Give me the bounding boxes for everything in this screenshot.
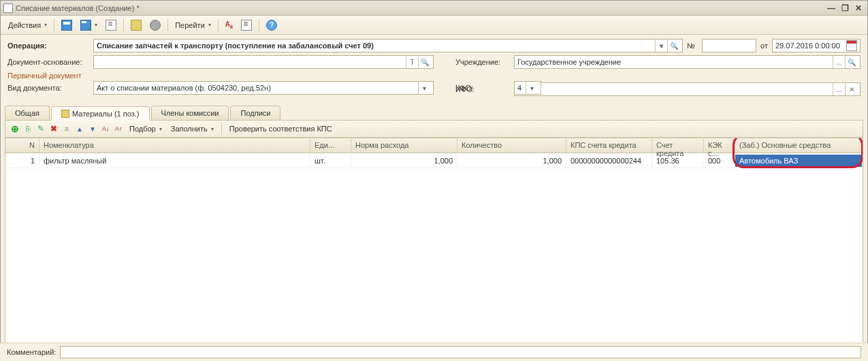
cell-fixed-assets[interactable]: Автомобиль ВАЗ: [735, 155, 863, 167]
ak-icon: Aк: [225, 20, 233, 30]
list-icon: [106, 20, 116, 31]
doctype-dropdown[interactable]: ▾: [418, 82, 430, 94]
basis-text-btn[interactable]: T: [406, 56, 418, 68]
section-title: Первичный документ: [7, 72, 861, 80]
tab-materials[interactable]: Материалы (1 поз.): [51, 106, 150, 121]
operation-label: Операция:: [7, 42, 89, 50]
kfo-dropdown[interactable]: ▾: [526, 82, 538, 94]
operation-dropdown[interactable]: ▾: [655, 40, 667, 52]
kfo-label: КФО:: [455, 84, 510, 92]
org-more-btn[interactable]: ...: [833, 56, 845, 68]
close-button[interactable]: ✕: [852, 3, 865, 13]
window-title: Списание материалов (Создание) *: [16, 4, 825, 12]
cell-nomenclature[interactable]: фильтр масляный: [39, 155, 310, 167]
org-search-btn[interactable]: 🔍: [845, 56, 857, 68]
ifo-clear-btn[interactable]: ✕: [845, 83, 857, 95]
doctype-value: Акт о списании материалов (ф. 0504230, р…: [97, 84, 418, 92]
tab-commission[interactable]: Члены комиссии: [151, 106, 229, 120]
col-nomenclature[interactable]: Номенклатура: [39, 138, 310, 153]
report-button[interactable]: [238, 18, 255, 33]
org-value: Государственное учреждение: [517, 58, 833, 66]
sub-toolbar: ⊕ ⎘ ✎ ✖ ≡ ▲ ▼ A↓ A↑ Подбор Заполнить Про…: [5, 120, 863, 138]
gear-icon: [150, 20, 161, 31]
kfo-value: 4: [517, 84, 526, 92]
folder-icon: [131, 20, 142, 31]
basis-search-btn[interactable]: 🔍: [418, 56, 430, 68]
table-row[interactable]: 1 фильтр масляный шт. 1,000 1,000 000000…: [5, 153, 863, 168]
cell-kps[interactable]: 00000000000000244: [566, 155, 652, 167]
restore-button[interactable]: ❐: [839, 3, 851, 13]
ifo-input[interactable]: ... ✕: [514, 82, 861, 96]
ak-button[interactable]: Aк: [222, 18, 236, 32]
col-kps[interactable]: КПС счета кредита: [566, 138, 652, 153]
calendar-icon[interactable]: [846, 40, 857, 51]
date-value: 29.07.2016 0:00:00: [775, 42, 846, 50]
operation-search[interactable]: 🔍: [667, 40, 679, 52]
delete-row-button[interactable]: ✖: [48, 123, 59, 134]
date-input[interactable]: 29.07.2016 0:00:00: [772, 39, 861, 52]
post-button[interactable]: [102, 18, 120, 33]
save-dropdown[interactable]: [77, 18, 101, 33]
sort-asc-button[interactable]: A↓: [100, 123, 111, 134]
basis-label: Документ-основание:: [7, 58, 89, 66]
fill-button[interactable]: Заполнить: [167, 123, 217, 135]
main-toolbar: Действия Перейти Aк ?: [1, 16, 867, 35]
num-label: №: [687, 42, 698, 50]
doctype-input[interactable]: Акт о списании материалов (ф. 0504230, р…: [93, 81, 434, 95]
col-consumption-rate[interactable]: Норма расхода: [351, 138, 457, 153]
num-input[interactable]: [702, 39, 756, 52]
goto-menu[interactable]: Перейти: [172, 19, 214, 31]
cell-kek[interactable]: 000: [704, 155, 735, 167]
basis-input[interactable]: T 🔍: [93, 55, 434, 69]
cell-n[interactable]: 1: [5, 155, 39, 167]
structure-button[interactable]: [127, 18, 145, 33]
col-quantity[interactable]: Количество: [457, 138, 566, 153]
move-down-button[interactable]: ▼: [87, 123, 98, 134]
actions-menu[interactable]: Действия: [5, 19, 50, 31]
col-n[interactable]: N: [5, 138, 39, 153]
help-button[interactable]: ?: [263, 18, 280, 33]
grid-header: N Номенклатура Еди... Норма расхода Коли…: [5, 138, 863, 153]
cell-unit[interactable]: шт.: [310, 155, 351, 167]
save-icon: [61, 20, 72, 31]
org-label: Учреждение:: [455, 58, 510, 66]
col-kek[interactable]: КЭК с...: [704, 138, 735, 153]
refresh-button[interactable]: ≡: [61, 123, 72, 134]
col-unit[interactable]: Еди...: [310, 138, 351, 153]
operation-input[interactable]: Списание запчастей к транспорту (поступл…: [93, 39, 683, 52]
save-button[interactable]: [58, 18, 76, 33]
grid: N Номенклатура Еди... Норма расхода Коли…: [5, 138, 863, 349]
minimize-button[interactable]: —: [825, 3, 837, 13]
folder-icon: [61, 110, 69, 118]
col-fixed-assets[interactable]: (Заб.) Основные средства: [735, 138, 863, 153]
select-button[interactable]: Подбор: [126, 123, 165, 135]
cell-qty[interactable]: 1,000: [457, 155, 566, 167]
document-icon: [3, 3, 13, 13]
edit-row-button[interactable]: ✎: [35, 123, 46, 134]
operation-value: Списание запчастей к транспорту (поступл…: [97, 42, 655, 50]
report-icon: [241, 20, 252, 31]
cell-credit-account[interactable]: 105.36: [652, 155, 704, 167]
col-credit-account[interactable]: Счет кредита: [652, 138, 704, 153]
tab-signatures[interactable]: Подписи: [230, 106, 280, 120]
bottom-bar: Комментарий:: [0, 343, 868, 361]
ifo-more-btn[interactable]: ...: [833, 83, 845, 95]
move-up-button[interactable]: ▲: [74, 123, 85, 134]
help-icon: ?: [266, 20, 277, 31]
kfo-input[interactable]: 4 ▾: [514, 81, 541, 95]
tab-general[interactable]: Общая: [5, 106, 50, 120]
comment-label: Комментарий:: [7, 348, 56, 356]
add-row-button[interactable]: ⊕: [10, 123, 20, 134]
form-area: Операция: Списание запчастей к транспорт…: [1, 35, 867, 101]
org-input[interactable]: Государственное учреждение ... 🔍: [514, 55, 861, 69]
check-kps-button[interactable]: Проверить соответствия КПС: [226, 123, 336, 135]
saveclose-icon: [80, 20, 91, 31]
titlebar: Списание материалов (Создание) * — ❐ ✕: [1, 1, 867, 16]
print-button[interactable]: [146, 18, 164, 33]
doctype-label: Вид документа:: [7, 84, 89, 92]
comment-input[interactable]: [60, 346, 861, 358]
tab-bar: Общая Материалы (1 поз.) Члены комиссии …: [1, 106, 867, 120]
cell-rate[interactable]: 1,000: [351, 155, 457, 167]
sort-desc-button[interactable]: A↑: [113, 123, 124, 134]
copy-row-button[interactable]: ⎘: [22, 123, 33, 134]
